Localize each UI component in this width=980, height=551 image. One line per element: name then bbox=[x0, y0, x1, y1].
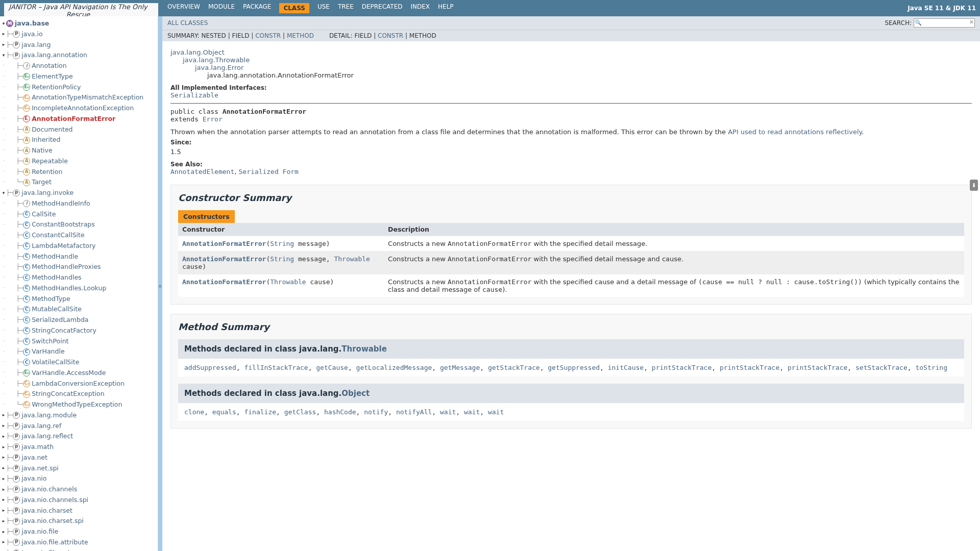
tree-item[interactable]: ▸├─Pjava.nio.file.attribute bbox=[1, 537, 157, 548]
tree-item[interactable]: · ├─CVarHandle bbox=[1, 346, 157, 357]
method-link[interactable]: fillInStackTrace bbox=[244, 364, 308, 371]
method-link[interactable]: addSuppressed bbox=[184, 364, 236, 371]
method-link[interactable]: finalize bbox=[244, 408, 276, 416]
tree-toggle[interactable]: ▸ bbox=[1, 444, 6, 451]
hierarchy-link[interactable]: java.lang.Object bbox=[170, 48, 225, 56]
tree-item[interactable]: · ├─E꜀AnnotationFormatError bbox=[1, 114, 157, 124]
type-link[interactable]: Throwable bbox=[270, 278, 306, 286]
method-link[interactable]: getMessage bbox=[440, 364, 480, 371]
tree-toggle[interactable]: ▸ bbox=[1, 507, 6, 514]
tree-link[interactable]: Native bbox=[32, 146, 52, 156]
tree-item[interactable]: · ├─CVolatileCallSite bbox=[1, 357, 157, 368]
tree-link[interactable]: VolatileCallSite bbox=[32, 358, 79, 367]
tree-link[interactable]: VarHandle bbox=[32, 347, 64, 357]
tree-link[interactable]: java.nio.file.attribute bbox=[21, 538, 88, 547]
tree-link[interactable]: java.net bbox=[21, 453, 47, 463]
tree-item[interactable]: · ├─CSwitchPoint bbox=[1, 336, 157, 347]
type-link[interactable]: String bbox=[270, 255, 294, 263]
tree-item[interactable]: · ├─CMutableCallSite bbox=[1, 304, 157, 315]
tree-item[interactable]: · ├─CCallSite bbox=[1, 209, 157, 220]
tree-item[interactable]: · ├─CSerializedLambda bbox=[1, 315, 157, 325]
tree-item[interactable]: ▸├─Pjava.lang bbox=[1, 40, 157, 51]
content[interactable]: ALL CLASSES SEARCH: 🔍 ✕ SUMMARY: NESTED … bbox=[162, 16, 980, 551]
reflect-api-link[interactable]: API used to read annotations reflectivel… bbox=[728, 128, 862, 136]
tree-item[interactable]: ▸├─Pjava.nio bbox=[1, 473, 157, 484]
tree-item[interactable]: · ├─CMethodHandles.Lookup bbox=[1, 283, 157, 294]
type-link[interactable]: Throwable bbox=[334, 255, 370, 263]
tree-toggle[interactable]: ▸ bbox=[1, 433, 6, 440]
tree-item[interactable]: ▸├─Pjava.lang.ref bbox=[1, 421, 157, 432]
summary-constr[interactable]: CONSTR bbox=[255, 32, 281, 39]
tree-item[interactable]: ▾├─Pjava.lang.annotation bbox=[1, 50, 157, 61]
method-link[interactable]: notifyAll bbox=[396, 408, 432, 416]
method-link[interactable]: getLocalizedMessage bbox=[356, 364, 432, 371]
tree-item[interactable]: · ├─CConstantCallSite bbox=[1, 230, 157, 241]
seealso-link[interactable]: Serialized Form bbox=[239, 168, 299, 176]
method-link[interactable]: wait bbox=[464, 408, 480, 416]
tree-link[interactable]: java.io bbox=[21, 30, 42, 39]
method-link[interactable]: getSuppressed bbox=[548, 364, 600, 371]
tree-toggle[interactable]: ▾ bbox=[1, 52, 6, 59]
method-link[interactable]: toString bbox=[915, 364, 947, 371]
method-link[interactable]: notify bbox=[364, 408, 388, 416]
method-link[interactable]: clone bbox=[184, 408, 204, 416]
tree-toggle[interactable]: ▸ bbox=[1, 486, 6, 493]
tree-toggle[interactable]: ▸ bbox=[1, 412, 6, 419]
tree-item[interactable]: ▸├─Pjava.nio.charset.spi bbox=[1, 516, 157, 527]
method-link[interactable]: wait bbox=[440, 408, 456, 416]
tree-link[interactable]: java.nio.file bbox=[21, 527, 58, 537]
tree-item[interactable]: · ├─CₓLambdaConversionException bbox=[1, 379, 157, 389]
nav-index[interactable]: INDEX bbox=[411, 3, 430, 13]
tree-item[interactable]: · └─CₓWrongMethodTypeException bbox=[1, 399, 157, 410]
tree-link[interactable]: StringConcatFactory bbox=[32, 326, 96, 336]
tree-item[interactable]: · ├─CₓAnnotationTypeMismatchException bbox=[1, 92, 157, 103]
tree-link[interactable]: MethodHandleInfo bbox=[32, 199, 90, 209]
method-link[interactable]: printStackTrace bbox=[720, 364, 779, 371]
sidebar[interactable]: ▾ M java.base ▸├─Pjava.io▸├─Pjava.lang▾├… bbox=[0, 16, 158, 551]
tree-item[interactable]: ▸├─Pjava.math bbox=[1, 442, 157, 453]
tree-item[interactable]: · ├─IAnnotation bbox=[1, 61, 157, 71]
tree-link[interactable]: Target bbox=[32, 178, 52, 187]
tree-toggle[interactable]: ▸ bbox=[1, 529, 6, 536]
method-link[interactable]: initCause bbox=[608, 364, 644, 371]
tree-item[interactable]: ▾├─Pjava.lang.invoke bbox=[1, 188, 157, 198]
tree-item[interactable]: · ├─CMethodHandle bbox=[1, 252, 157, 262]
tree-item[interactable]: ▸├─Pjava.net.spi bbox=[1, 463, 157, 474]
tree-link[interactable]: CallSite bbox=[32, 210, 56, 219]
tree-link[interactable]: java.nio.charset.spi bbox=[21, 516, 84, 526]
throwable-link[interactable]: Throwable bbox=[341, 344, 387, 354]
method-link[interactable]: wait bbox=[488, 408, 504, 416]
tree-link[interactable]: java.nio.channels bbox=[21, 485, 77, 494]
ctor-link[interactable]: AnnotationFormatError bbox=[182, 278, 266, 286]
nav-class[interactable]: CLASS bbox=[279, 3, 309, 13]
tree-link[interactable]: StringConcatException bbox=[32, 389, 105, 399]
summary-method[interactable]: METHOD bbox=[287, 32, 314, 39]
tree-item[interactable]: · ├─CConstantBootstraps bbox=[1, 219, 157, 230]
object-link[interactable]: Object bbox=[341, 389, 370, 398]
tree-link[interactable]: java.nio.file.spi bbox=[21, 548, 69, 552]
tree-toggle[interactable]: ▾ bbox=[1, 190, 6, 197]
tree-item[interactable]: · ├─CMethodHandles bbox=[1, 272, 157, 283]
tree-item[interactable]: · └─ATarget bbox=[1, 177, 157, 188]
type-link[interactable]: String bbox=[270, 240, 294, 247]
ctor-link[interactable]: AnnotationFormatError bbox=[182, 240, 266, 247]
tree-link[interactable]: LambdaConversionException bbox=[32, 379, 125, 389]
seealso-link[interactable]: AnnotatedElement bbox=[170, 168, 234, 176]
tree-item[interactable]: · ├─CₓStringConcatException bbox=[1, 389, 157, 399]
tree-link[interactable]: LambdaMetafactory bbox=[32, 241, 95, 251]
tree-item[interactable]: · ├─EₙElementType bbox=[1, 71, 157, 82]
tree-item[interactable]: · ├─CₓIncompleteAnnotationException bbox=[1, 103, 157, 114]
method-link[interactable]: equals bbox=[212, 408, 236, 416]
tree-link[interactable]: MethodType bbox=[32, 294, 70, 304]
method-link[interactable]: printStackTrace bbox=[652, 364, 712, 371]
method-link[interactable]: hashCode bbox=[324, 408, 356, 416]
hierarchy-link[interactable]: java.lang.Error bbox=[195, 64, 243, 71]
tree-link[interactable]: SerializedLambda bbox=[32, 315, 88, 325]
tree-item[interactable]: · ├─ADocumented bbox=[1, 124, 157, 135]
tree-link[interactable]: java.nio.channels.spi bbox=[21, 495, 88, 505]
constructors-tab[interactable]: Constructors bbox=[178, 210, 235, 223]
tree-link[interactable]: java.lang.module bbox=[21, 411, 77, 420]
tree-link[interactable]: java.lang.ref bbox=[21, 421, 61, 431]
tree-link[interactable]: MethodHandle bbox=[32, 252, 78, 262]
tree-link[interactable]: java.nio.charset bbox=[21, 506, 72, 516]
